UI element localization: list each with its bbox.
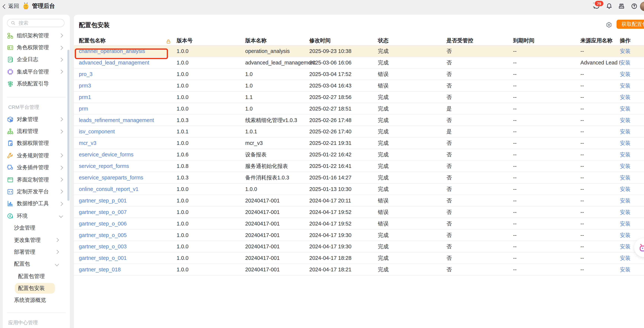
back-button[interactable]: 返回 <box>3 0 19 12</box>
sidebar-item-business-plugins[interactable]: 业务插件管理 <box>3 162 70 174</box>
install-link[interactable]: 安装 <box>620 48 630 54</box>
package-name-link[interactable]: prm1 <box>79 94 91 100</box>
table-row[interactable]: gartner_step_p_001 1.0.0 20240417-001 20… <box>74 195 644 207</box>
package-name-link[interactable]: gartner_step_o_005 <box>79 232 126 238</box>
sidebar-item-config-package[interactable]: 配置包 <box>3 258 70 270</box>
search-input[interactable] <box>18 20 60 26</box>
table-row[interactable]: eservice_device_forms 1.0.6 设备报表 2025-01… <box>74 149 644 160</box>
table-row[interactable]: service_report_forms 1.0.8 服务通初始化报表 2025… <box>74 160 644 172</box>
settings-gear-icon[interactable] <box>606 22 612 28</box>
column-header-status[interactable]: 状态 <box>378 37 446 44</box>
sidebar-item-data-maintenance-tools[interactable]: 数据维护工具 <box>3 198 70 210</box>
install-link[interactable]: 安装 <box>620 209 630 215</box>
table-row[interactable]: advanced_lead_management 1.0.0 advanced_… <box>74 57 644 68</box>
table-row[interactable]: leads_refinement_management 1.0.3 线索精细化管… <box>74 115 644 126</box>
sidebar-item-business-rules[interactable]: 业务规则管理 <box>3 150 70 162</box>
column-header-version[interactable]: 版本号 <box>177 37 245 44</box>
column-header-version-name[interactable]: 版本名称 <box>245 37 309 44</box>
install-link[interactable]: 安装 <box>620 82 630 88</box>
notification-bell-icon[interactable] <box>606 3 612 9</box>
package-name-link[interactable]: service_report_forms <box>79 163 129 169</box>
sidebar-item-role-permission[interactable]: 角色权限管理 <box>3 42 70 54</box>
package-name-link[interactable]: eservice_spareparts_forms <box>79 175 143 181</box>
table-row[interactable]: isv_component 1.0.1 1.0.1 2025-02-26 17:… <box>74 126 644 138</box>
table-row[interactable]: gartner_step_o_001 1.0.0 20240417-001 20… <box>74 253 644 264</box>
install-link[interactable]: 安装 <box>620 128 630 134</box>
package-name-link[interactable]: pro_3 <box>79 71 92 77</box>
install-link[interactable]: 安装 <box>620 186 630 192</box>
help-icon[interactable] <box>631 3 638 9</box>
table-row[interactable]: prm3 1.0.0 1.0 2025-03-04 16:43 错误 否 -- … <box>74 80 644 92</box>
package-name-link[interactable]: advanced_lead_management <box>79 60 149 66</box>
sidebar-item-custom-dev-platform[interactable]: 定制开发平台 <box>3 186 70 198</box>
table-row[interactable]: channel_operation_analysis 1.0.0 operati… <box>74 45 644 57</box>
column-header-managed[interactable]: 是否受管控 <box>446 37 513 44</box>
sidebar-search[interactable] <box>7 19 64 27</box>
sidebar-item-object-management[interactable]: 对象管理 <box>3 113 70 125</box>
table-row[interactable]: prm1 1.0.0 1.1 2025-02-27 18:56 完成 否 -- … <box>74 92 644 103</box>
install-link[interactable]: 安装 <box>620 151 630 157</box>
sidebar-scrollbar[interactable] <box>68 50 70 201</box>
package-name-link[interactable]: online_consult_report_v1 <box>79 186 138 192</box>
sidebar-item-deployment[interactable]: 部署管理 <box>3 246 70 258</box>
table-row[interactable]: pro_3 1.0.0 1.0 2025-03-04 17:52 错误 否 --… <box>74 68 644 80</box>
sidebar-item-environment[interactable]: 环境 <box>3 210 70 222</box>
package-name-link[interactable]: isv_component <box>79 128 115 135</box>
package-name-link[interactable]: gartner_step_018 <box>79 267 120 273</box>
table-row[interactable]: gartner_step_o_003 1.0.0 20240417-001 20… <box>74 241 644 253</box>
install-link[interactable]: 安装 <box>620 197 630 203</box>
table-row[interactable]: eservice_spareparts_forms 1.0.3 备件消耗报表1.… <box>74 172 644 184</box>
column-header-modified-time[interactable]: 修改时间 <box>309 37 378 44</box>
sidebar-item-system-config-guide[interactable]: 系统配置引导 <box>3 78 70 90</box>
get-package-button[interactable]: 获取配置包 <box>616 20 644 29</box>
install-link[interactable]: 安装 <box>620 140 630 146</box>
sidebar-item-data-permission[interactable]: 数据权限管理 <box>3 137 70 150</box>
sidebar-item-ui-customization[interactable]: 界面定制管理 <box>3 174 70 186</box>
install-link[interactable]: 安装 <box>620 163 630 169</box>
table-row[interactable]: prm 1.0.0 1.0 2025-02-27 18:51 完成 是 -- -… <box>74 103 644 115</box>
install-link[interactable]: 安装 <box>620 117 630 123</box>
sidebar-item-org-structure[interactable]: 组织架构管理 <box>3 29 70 42</box>
package-name-link[interactable]: gartner_step_o_006 <box>79 221 126 227</box>
package-name-link[interactable]: prm <box>79 105 88 112</box>
package-name-link[interactable]: prm3 <box>79 82 91 89</box>
install-link[interactable]: 安装 <box>620 71 630 77</box>
install-link[interactable]: 安装 <box>620 243 630 250</box>
table-row[interactable]: online_consult_report_v1 1.0.0 1.0.0 202… <box>74 184 644 195</box>
package-name-link[interactable]: gartner_step_p_001 <box>79 197 126 204</box>
sidebar-item-package-management[interactable]: 配置包管理 <box>3 270 70 282</box>
sidebar-item-changeset[interactable]: 更改集管理 <box>3 234 70 246</box>
column-header-expire-time[interactable]: 到期时间 <box>513 37 580 44</box>
package-name-link[interactable]: gartner_step_o_003 <box>79 244 126 250</box>
table-row[interactable]: gartner_step_o_007 1.0.0 20240417-001 20… <box>74 207 644 218</box>
package-name-link[interactable]: leads_refinement_management <box>79 117 154 123</box>
install-link[interactable]: 安装 <box>620 266 630 273</box>
install-link[interactable]: 安装 <box>620 220 630 226</box>
sidebar-item-package-install[interactable]: 配置包安装 <box>15 283 55 294</box>
package-name-link[interactable]: eservice_device_forms <box>79 152 134 158</box>
package-name-link[interactable]: mcr_v3 <box>79 140 96 146</box>
sidebar-item-enterprise-log[interactable]: 企业日志 <box>3 54 70 66</box>
install-link[interactable]: 安装 <box>620 59 630 65</box>
install-link[interactable]: 安装 <box>620 94 630 100</box>
package-name-link[interactable]: gartner_step_o_001 <box>79 255 126 261</box>
column-header-source-app[interactable]: 来源应用名称 <box>580 37 620 44</box>
install-link[interactable]: 安装 <box>620 174 630 180</box>
package-name-link[interactable]: channel_operation_analysis <box>79 48 145 54</box>
install-link[interactable]: 安装 <box>620 255 630 261</box>
inbox-icon[interactable] <box>618 3 625 9</box>
table-row[interactable]: gartner_step_o_006 1.0.0 20240417-001 20… <box>74 218 644 230</box>
sidebar-item-integration-platform[interactable]: 集成平台管理 <box>3 66 70 78</box>
column-header-package-name[interactable]: 配置包名称 <box>79 37 176 44</box>
user-avatar[interactable] <box>640 2 644 11</box>
column-header-action[interactable]: 操作 <box>620 37 644 44</box>
sidebar-item-process-management[interactable]: 流程管理 <box>3 125 70 137</box>
sidebar-item-system-resources[interactable]: 系统资源概览 <box>3 294 70 307</box>
table-row[interactable]: gartner_step_018 1.0.0 20240417-001 2024… <box>74 264 644 276</box>
install-link[interactable]: 安装 <box>620 232 630 238</box>
sidebar-item-sandbox[interactable]: 沙盒管理 <box>3 222 70 234</box>
install-link[interactable]: 安装 <box>620 105 630 111</box>
package-name-link[interactable]: gartner_step_o_007 <box>79 209 126 215</box>
table-row[interactable]: mcr_v3 1.0.0 mcr_v3 2025-02-21 19:31 完成 … <box>74 138 644 149</box>
table-row[interactable]: gartner_step_o_005 1.0.0 20240417-001 20… <box>74 230 644 241</box>
